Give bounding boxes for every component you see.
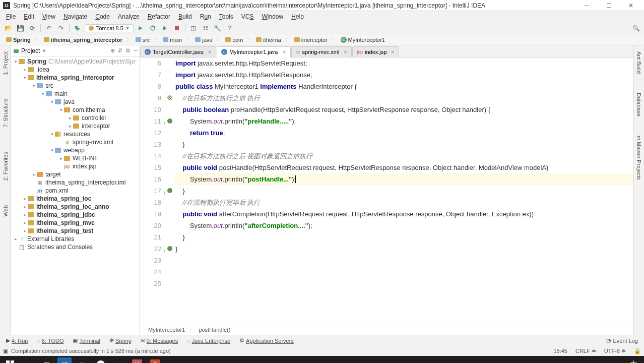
event-log-button[interactable]: ◔Event Log xyxy=(603,336,641,345)
breadcrumb-spring[interactable]: Spring xyxy=(3,36,34,44)
breadcrumb-src[interactable]: src xyxy=(133,36,153,44)
breadcrumb-main[interactable]: main xyxy=(160,36,185,44)
cortana-icon[interactable]: ○ xyxy=(21,357,35,363)
close-button[interactable]: ✕ xyxy=(624,1,638,10)
ant-build-tab[interactable]: Ant Build xyxy=(635,49,643,76)
tree-external-libraries[interactable]: ▸⫴External Libraries xyxy=(11,235,140,243)
maximize-button[interactable]: ☐ xyxy=(602,1,616,10)
tree-itheima-spring-ioc-anno[interactable]: ▸itheima_spring_ioc_anno xyxy=(11,203,140,211)
breadcrumb-itheima_spring_interceptor[interactable]: itheima_spring_interceptor xyxy=(41,36,125,44)
run-button[interactable] xyxy=(136,23,146,33)
tree-main[interactable]: ▾main xyxy=(11,90,140,98)
search-everywhere-button[interactable]: 🔍 xyxy=(631,23,641,33)
tree-java[interactable]: ▾java xyxy=(11,98,140,106)
bottom-spring[interactable]: ❀Spring xyxy=(106,336,135,345)
tree-spring-mvc-xml[interactable]: ⚙spring-mvc.xml xyxy=(11,138,140,146)
menu-navigate[interactable]: Navigate xyxy=(59,12,91,21)
breadcrumb-itheima[interactable]: itheima xyxy=(253,36,284,44)
save-button[interactable]: 💾 xyxy=(15,23,25,33)
coverage-button[interactable] xyxy=(160,23,170,33)
menu-view[interactable]: View xyxy=(38,12,59,21)
structure-button[interactable] xyxy=(201,23,211,33)
refresh-button[interactable]: ⟳ xyxy=(27,23,37,33)
tab-close-icon[interactable]: ✕ xyxy=(282,49,286,55)
tree-itheima-spring-test[interactable]: ▸itheima_spring_test xyxy=(11,227,140,235)
tree--idea[interactable]: ▸.idea xyxy=(11,66,140,74)
bottom-6-todo[interactable]: ≡6: TODO xyxy=(34,337,67,345)
tree-com-itheima[interactable]: ▾com.itheima xyxy=(11,106,140,114)
menu-vcs[interactable]: VCS xyxy=(237,12,258,21)
start-button[interactable] xyxy=(3,357,17,363)
run-configuration-select[interactable]: Tomcat 8.5 ▼ xyxy=(85,24,134,32)
project-panel-title[interactable]: Project ▼ xyxy=(13,47,46,54)
status-encoding[interactable]: UTF-8 ≑ xyxy=(604,348,626,354)
chevron-up-icon[interactable]: ︿ xyxy=(609,357,623,363)
editor-tab-spring-mvc-xml[interactable]: ⚙spring-mvc.xml✕ xyxy=(291,46,352,57)
project-tree[interactable]: ▾SpringC:\Users\Apple\IdeaProjects\Spr▸.… xyxy=(11,56,140,335)
minimize-button[interactable]: ─ xyxy=(579,1,594,10)
tree-index-jsp[interactable]: jspindex.jsp xyxy=(11,162,140,170)
redo-button[interactable]: ↷ xyxy=(56,23,66,33)
bottom-application-servers[interactable]: ⚙Application Servers xyxy=(236,336,297,345)
menu-code[interactable]: Code xyxy=(91,12,114,21)
locate-icon[interactable]: ⊕ xyxy=(110,47,115,54)
tree-web-inf[interactable]: ▸WEB-INF xyxy=(11,154,140,162)
tree-scratches-and-consoles[interactable]: 📋Scratches and Consoles xyxy=(11,243,140,251)
breadcrumb-interceptor[interactable]: interceptor xyxy=(291,36,331,44)
tab-close-icon[interactable]: ✕ xyxy=(208,49,212,55)
menu-help[interactable]: Help xyxy=(287,12,308,21)
breadcrumb-com[interactable]: com xyxy=(222,36,246,44)
powerpoint-icon[interactable]: P xyxy=(148,357,162,363)
menu-file[interactable]: File xyxy=(2,12,20,21)
tree-itheima-spring-interceptor[interactable]: ▾itheima_spring_interceptor xyxy=(11,74,140,82)
bottom-0-messages[interactable]: ✉0: Messages xyxy=(138,336,181,345)
chrome-icon[interactable] xyxy=(94,357,108,363)
store-icon[interactable]: 🛍 xyxy=(76,357,90,363)
menu-edit[interactable]: Edit xyxy=(20,12,38,21)
vcs-button[interactable]: ◫ xyxy=(188,23,199,33)
menu-build[interactable]: Build xyxy=(174,12,196,21)
project-tool-tab[interactable]: 1: Project xyxy=(2,49,10,77)
maven-tab[interactable]: m Maven Projects xyxy=(635,134,643,182)
menu-window[interactable]: Window xyxy=(257,12,287,21)
intellij-icon[interactable]: IJ xyxy=(130,357,144,363)
crumb-method[interactable]: postHandle() xyxy=(195,326,234,334)
tree-src[interactable]: ▾src xyxy=(11,82,140,90)
tree-controller[interactable]: ▸controller xyxy=(11,114,140,122)
tree-itheima-spring-interceptor-iml[interactable]: ▦itheima_spring_interceptor.iml xyxy=(11,178,140,187)
file-explorer-icon[interactable]: 📁 xyxy=(57,357,72,363)
bottom-4-run[interactable]: ▶4: Run xyxy=(3,336,31,345)
menu-refactor[interactable]: Refactor xyxy=(144,12,174,21)
tree-pom-xml[interactable]: mpom.xml xyxy=(11,187,140,195)
ime-icon[interactable]: 中 xyxy=(627,357,641,363)
web-tool-tab[interactable]: Web xyxy=(2,203,10,218)
help-toolbar-button[interactable]: ? xyxy=(225,23,235,33)
task-view-icon[interactable]: ◫ xyxy=(39,357,53,363)
editor-tab-myinterceptor1-java[interactable]: CMyInterceptor1.java✕ xyxy=(217,46,291,57)
bottom-terminal[interactable]: ▣Terminal xyxy=(70,336,103,345)
bottom-java-enterprise[interactable]: ≡Java Enterprise xyxy=(184,337,233,345)
undo-button[interactable]: ↶ xyxy=(44,23,54,33)
code-editor[interactable]: 678910111213141516171819202122232425↑↑↑i… xyxy=(140,57,633,324)
tree-itheima-spring-jdbc[interactable]: ▸itheima_spring_jdbc xyxy=(11,211,140,219)
stop-button[interactable] xyxy=(172,23,182,33)
status-lock-icon[interactable]: 🔒 xyxy=(634,348,641,354)
tree-target[interactable]: ▸target xyxy=(11,170,140,178)
editor-tab-index-jsp[interactable]: jspindex.jsp✕ xyxy=(352,46,399,57)
tree-resources[interactable]: ▾resources xyxy=(11,130,140,138)
app1-icon[interactable]: ◆ xyxy=(112,357,126,363)
build-button[interactable] xyxy=(73,23,83,33)
structure-tool-tab[interactable]: 7: Structure xyxy=(2,97,10,130)
debug-button[interactable] xyxy=(148,23,158,33)
database-tab[interactable]: Database xyxy=(635,91,643,118)
tree-itheima-spring-mvc[interactable]: ▸itheima_spring_mvc xyxy=(11,219,140,227)
open-button[interactable]: 📂 xyxy=(3,23,13,33)
tab-close-icon[interactable]: ✕ xyxy=(391,49,395,55)
panel-settings-icon[interactable]: ⚙ xyxy=(125,47,131,54)
tree-itheima-spring-ioc[interactable]: ▸itheima_spring_ioc xyxy=(11,195,140,203)
tree-interceptor[interactable]: ▸interceptor xyxy=(11,122,140,130)
crumb-class[interactable]: MyInterceptor1 xyxy=(144,326,189,334)
breadcrumb-java[interactable]: java xyxy=(192,36,215,44)
tree-spring[interactable]: ▾SpringC:\Users\Apple\IdeaProjects\Spr xyxy=(11,57,140,66)
collapse-icon[interactable]: ⇵ xyxy=(118,47,122,54)
